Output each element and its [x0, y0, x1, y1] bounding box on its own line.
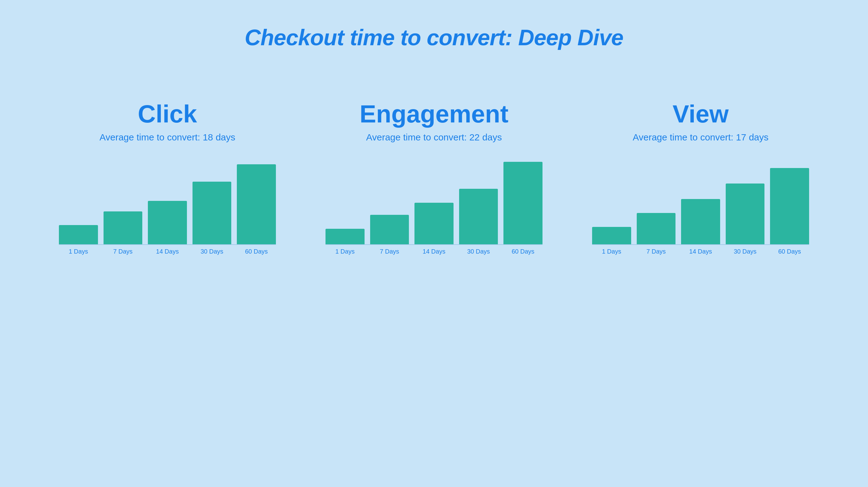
bars-area-view	[592, 158, 809, 245]
bar-group-click-0	[59, 225, 98, 244]
bar-labels-view: 1 Days7 Days14 Days30 Days60 Days	[592, 248, 809, 255]
chart-subtitle-click: Average time to convert: 18 days	[99, 132, 235, 143]
bar-click-1	[103, 211, 143, 244]
bar-label-engagement-0: 1 Days	[326, 248, 365, 255]
bars-area-engagement	[326, 158, 542, 245]
chart-title-click: Click	[137, 100, 197, 128]
bar-label-engagement-3: 30 Days	[459, 248, 498, 255]
bar-engagement-0	[326, 229, 365, 244]
page-title: Checkout time to convert: Deep Dive	[245, 25, 623, 50]
bar-click-2	[148, 201, 187, 244]
bar-label-click-3: 30 Days	[192, 248, 231, 255]
bar-engagement-3	[459, 189, 498, 244]
chart-subtitle-view: Average time to convert: 17 days	[633, 132, 769, 143]
bars-area-click	[59, 158, 276, 245]
bar-view-1	[637, 213, 676, 244]
bar-group-view-1	[637, 213, 676, 244]
bar-chart-view: 1 Days7 Days14 Days30 Days60 Days	[592, 158, 809, 255]
bar-group-view-2	[681, 199, 720, 244]
bar-group-click-2	[148, 201, 187, 244]
bar-label-click-2: 14 Days	[148, 248, 187, 255]
bar-view-3	[726, 184, 765, 244]
bar-label-click-4: 60 Days	[237, 248, 276, 255]
chart-subtitle-engagement: Average time to convert: 22 days	[366, 132, 502, 143]
bar-label-view-0: 1 Days	[592, 248, 631, 255]
bar-label-engagement-1: 7 Days	[370, 248, 409, 255]
bar-label-click-1: 7 Days	[103, 248, 143, 255]
chart-section-click: ClickAverage time to convert: 18 days1 D…	[59, 100, 276, 255]
bar-label-view-2: 14 Days	[681, 248, 720, 255]
charts-container: ClickAverage time to convert: 18 days1 D…	[0, 100, 868, 255]
bar-label-engagement-2: 14 Days	[414, 248, 454, 255]
chart-title-view: View	[673, 100, 729, 128]
bar-group-engagement-1	[370, 215, 409, 244]
bar-view-2	[681, 199, 720, 244]
bar-engagement-1	[370, 215, 409, 244]
bar-chart-click: 1 Days7 Days14 Days30 Days60 Days	[59, 158, 276, 255]
bar-label-view-4: 60 Days	[770, 248, 809, 255]
bar-chart-engagement: 1 Days7 Days14 Days30 Days60 Days	[326, 158, 542, 255]
bar-label-click-0: 1 Days	[59, 248, 98, 255]
bar-group-view-4	[770, 168, 809, 244]
chart-title-engagement: Engagement	[360, 100, 508, 128]
bar-group-view-3	[726, 184, 765, 244]
bar-view-0	[592, 227, 631, 244]
bar-labels-engagement: 1 Days7 Days14 Days30 Days60 Days	[326, 248, 542, 255]
chart-section-view: ViewAverage time to convert: 17 days1 Da…	[592, 100, 809, 255]
bar-label-view-3: 30 Days	[726, 248, 765, 255]
chart-section-engagement: EngagementAverage time to convert: 22 da…	[326, 100, 542, 255]
bar-label-view-1: 7 Days	[637, 248, 676, 255]
bar-group-engagement-3	[459, 189, 498, 244]
bar-group-engagement-0	[326, 229, 365, 244]
bar-click-4	[237, 164, 276, 244]
bar-engagement-2	[414, 203, 454, 244]
bar-group-engagement-4	[503, 162, 542, 244]
bar-view-4	[770, 168, 809, 244]
bar-group-engagement-2	[414, 203, 454, 244]
bar-click-0	[59, 225, 98, 244]
bar-click-3	[192, 182, 231, 244]
bar-group-click-1	[103, 211, 143, 244]
bar-group-click-3	[192, 182, 231, 244]
bar-group-click-4	[237, 164, 276, 244]
bar-label-engagement-4: 60 Days	[503, 248, 542, 255]
bar-engagement-4	[503, 162, 542, 244]
bar-labels-click: 1 Days7 Days14 Days30 Days60 Days	[59, 248, 276, 255]
bar-group-view-0	[592, 227, 631, 244]
